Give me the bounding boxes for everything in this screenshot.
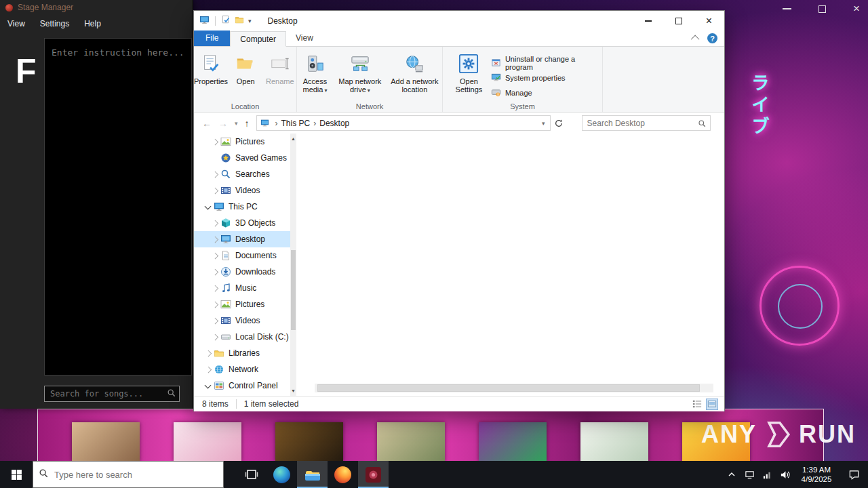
album-4-cover[interactable] bbox=[377, 422, 445, 462]
forward-button-icon[interactable]: → bbox=[218, 118, 228, 129]
tray-chevron-up-icon[interactable] bbox=[723, 461, 741, 488]
stage-manager-titlebar[interactable]: Stage Manager bbox=[0, 0, 193, 15]
nav-item-pictures[interactable]: Pictures bbox=[194, 134, 290, 150]
instruction-input[interactable]: Enter instruction here... bbox=[44, 38, 192, 375]
menu-view[interactable]: View bbox=[0, 19, 33, 28]
task-view-taskbar-button[interactable] bbox=[236, 461, 267, 488]
scroll-down-icon[interactable]: ▼ bbox=[290, 388, 296, 393]
nav-item-videos[interactable]: Videos bbox=[194, 182, 290, 199]
qat-customize-caret-icon[interactable]: ▾ bbox=[248, 18, 252, 24]
collapse-ribbon-icon[interactable] bbox=[691, 35, 700, 44]
horizontal-scrollbar-thumb[interactable] bbox=[317, 384, 700, 392]
folder-content-area[interactable] bbox=[297, 134, 724, 396]
speaker-icon[interactable] bbox=[776, 461, 793, 488]
nav-item-network[interactable]: Network bbox=[194, 361, 290, 378]
breadcrumb-this-pc[interactable]: This PC bbox=[281, 119, 311, 128]
file-explorer-taskbar-button[interactable] bbox=[297, 461, 328, 488]
back-button-icon[interactable]: ← bbox=[202, 118, 212, 129]
stage-manager-app-taskbar-button[interactable] bbox=[358, 461, 389, 488]
open-settings-label: Open Settings bbox=[454, 77, 484, 94]
tray-pc-icon[interactable] bbox=[741, 461, 758, 488]
album-5-cover[interactable] bbox=[479, 422, 547, 462]
system-properties-button[interactable]: System properties bbox=[491, 70, 602, 85]
nav-scrollbar[interactable]: ▲ ▼ bbox=[290, 134, 296, 396]
action-center-button[interactable] bbox=[840, 461, 868, 488]
nav-item-pictures[interactable]: Pictures bbox=[194, 296, 290, 312]
up-button-icon[interactable]: ↑ bbox=[245, 118, 250, 129]
chevron-right-icon[interactable] bbox=[210, 283, 220, 293]
this-pc-icon bbox=[214, 201, 225, 212]
nav-item-label: 3D Objects bbox=[235, 218, 275, 228]
chevron-right-icon[interactable] bbox=[210, 266, 220, 277]
taskbar-clock[interactable]: 1:39 AM 4/9/2025 bbox=[793, 465, 840, 484]
edge-taskbar-button[interactable] bbox=[267, 461, 297, 488]
network-icon[interactable] bbox=[758, 461, 776, 488]
nav-item-this-pc[interactable]: This PC bbox=[194, 199, 290, 215]
nav-item-saved-games[interactable]: Saved Games bbox=[194, 150, 290, 166]
address-box[interactable]: › This PC › Desktop ▾ bbox=[256, 115, 551, 131]
horizontal-scrollbar[interactable] bbox=[315, 384, 713, 392]
nav-item-searches[interactable]: Searches bbox=[194, 166, 290, 182]
album-2-cover[interactable] bbox=[174, 422, 241, 462]
album-6-cover[interactable] bbox=[580, 422, 648, 462]
explorer-titlebar[interactable]: ▾ Desktop × bbox=[194, 11, 724, 31]
explorer-nav-list: PicturesSaved GamesSearchesVideosThis PC… bbox=[194, 134, 290, 394]
remote-fullscreen-icon[interactable] bbox=[818, 5, 826, 13]
chevron-right-icon[interactable] bbox=[210, 299, 220, 310]
chevron-right-icon[interactable] bbox=[210, 331, 220, 342]
refresh-icon[interactable] bbox=[554, 119, 564, 128]
clock-time: 1:39 AM bbox=[796, 465, 837, 474]
nav-item-documents[interactable]: Documents bbox=[194, 247, 290, 264]
album-1-cover[interactable] bbox=[72, 422, 140, 462]
nav-item-downloads[interactable]: Downloads bbox=[194, 264, 290, 280]
edge-icon bbox=[273, 466, 290, 483]
chevron-right-icon[interactable] bbox=[203, 364, 214, 375]
album-3-cover[interactable] bbox=[275, 422, 343, 462]
chevron-down-icon[interactable] bbox=[203, 380, 214, 391]
nav-item-local-disk-c[interactable]: Local Disk (C:) bbox=[194, 329, 290, 345]
menu-help[interactable]: Help bbox=[77, 19, 108, 28]
chevron-right-icon[interactable] bbox=[210, 136, 220, 147]
nav-item-videos[interactable]: Videos bbox=[194, 312, 290, 329]
breadcrumb-desktop[interactable]: Desktop bbox=[319, 119, 349, 128]
recent-locations-caret-icon[interactable]: ▾ bbox=[235, 120, 238, 127]
remote-minimize-icon[interactable] bbox=[783, 8, 791, 9]
tab-computer[interactable]: Computer bbox=[230, 31, 286, 47]
menu-settings[interactable]: Settings bbox=[33, 19, 77, 28]
nav-scrollbar-thumb[interactable] bbox=[291, 250, 296, 330]
taskbar-search[interactable] bbox=[33, 461, 224, 488]
chevron-right-icon[interactable] bbox=[210, 315, 220, 326]
minimize-button[interactable] bbox=[633, 11, 663, 31]
uninstall-program-button[interactable]: Uninstall or change a program bbox=[491, 56, 602, 70]
help-button[interactable]: ? bbox=[707, 33, 717, 43]
chevron-down-icon[interactable] bbox=[203, 201, 214, 212]
remote-close-icon[interactable]: × bbox=[853, 5, 860, 13]
chevron-right-icon[interactable] bbox=[203, 348, 214, 359]
details-view-button[interactable] bbox=[691, 399, 703, 410]
chevron-right-icon[interactable] bbox=[210, 185, 220, 196]
nav-item-libraries[interactable]: Libraries bbox=[194, 345, 290, 361]
nav-item-music[interactable]: Music bbox=[194, 280, 290, 296]
manage-button[interactable]: Manage bbox=[491, 85, 602, 100]
nav-item-control-panel[interactable]: Control Panel bbox=[194, 378, 290, 394]
maximize-button[interactable] bbox=[663, 11, 694, 31]
start-button[interactable] bbox=[0, 461, 33, 488]
firefox-taskbar-button[interactable] bbox=[328, 461, 358, 488]
chevron-right-icon[interactable] bbox=[210, 169, 220, 180]
qat-new-folder-icon[interactable] bbox=[235, 15, 244, 27]
qat-properties-icon[interactable] bbox=[221, 15, 231, 27]
thumbnail-view-button[interactable] bbox=[706, 399, 718, 410]
tab-file[interactable]: File bbox=[194, 30, 230, 46]
tab-view[interactable]: View bbox=[286, 30, 323, 46]
close-button[interactable]: × bbox=[694, 11, 724, 31]
nav-item-3d-objects[interactable]: 3D Objects bbox=[194, 215, 290, 231]
chevron-right-icon[interactable] bbox=[210, 218, 220, 228]
scroll-up-icon[interactable]: ▲ bbox=[290, 136, 296, 141]
chevron-right-icon[interactable] bbox=[210, 234, 220, 245]
chevron-right-icon[interactable] bbox=[210, 250, 220, 261]
song-search-input[interactable] bbox=[44, 386, 180, 402]
explorer-search-input[interactable] bbox=[583, 116, 710, 130]
taskbar-search-input[interactable] bbox=[54, 470, 218, 480]
nav-item-desktop[interactable]: Desktop bbox=[194, 231, 290, 247]
address-dropdown-caret-icon[interactable]: ▾ bbox=[542, 120, 550, 127]
